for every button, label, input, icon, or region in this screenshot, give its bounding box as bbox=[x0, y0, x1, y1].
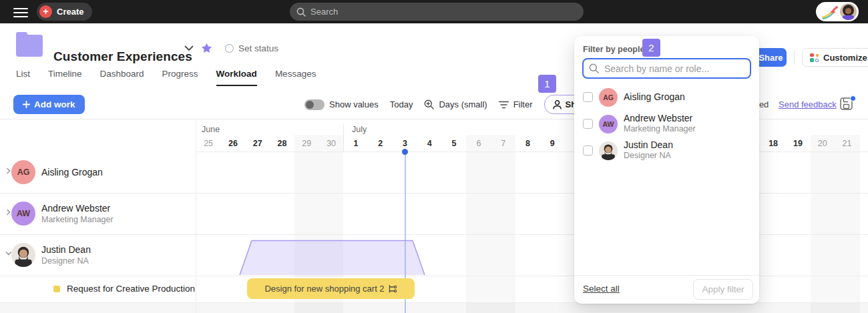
user-avatar bbox=[840, 3, 857, 20]
day-header-cell: 6 bbox=[466, 139, 491, 148]
day-header-cell: 30 bbox=[319, 139, 344, 148]
day-header-cell: 5 bbox=[442, 139, 467, 148]
plus-icon bbox=[23, 101, 30, 108]
annotation-badge-1: 1 bbox=[538, 75, 556, 93]
day-header-cell: 21 bbox=[835, 139, 859, 148]
global-search-input[interactable]: Search bbox=[290, 3, 584, 21]
workload-trapezoid[interactable] bbox=[234, 240, 431, 276]
checkbox-unchecked[interactable] bbox=[583, 145, 593, 155]
person-name: Andrew Webster bbox=[41, 203, 110, 214]
people-search-field[interactable] bbox=[582, 58, 751, 79]
add-work-label: Add work bbox=[34, 99, 75, 109]
person-name: Justin Dean bbox=[41, 244, 91, 255]
hamburger-menu-icon[interactable] bbox=[13, 5, 28, 17]
header-separator bbox=[794, 51, 795, 65]
filter-button[interactable]: Filter bbox=[499, 99, 533, 109]
tab-dashboard[interactable]: Dashboard bbox=[100, 69, 144, 86]
day-header-cell: 19 bbox=[785, 139, 810, 148]
customize-grid-icon bbox=[810, 53, 819, 62]
day-header-cell: 26 bbox=[220, 139, 245, 148]
people-search-input[interactable] bbox=[603, 63, 744, 75]
today-label: Today bbox=[390, 99, 413, 109]
workload-task-label: Design for new shopping cart 2 bbox=[264, 284, 384, 294]
dependency-icon bbox=[388, 285, 397, 293]
task-color-bullet bbox=[53, 286, 60, 292]
day-header-cell: 2 bbox=[368, 139, 393, 148]
tab-messages[interactable]: Messages bbox=[275, 69, 316, 86]
person-role: Designer NA bbox=[624, 151, 671, 160]
day-header-cell: 25 bbox=[196, 139, 221, 148]
person-name: Andrew Webster bbox=[624, 113, 692, 123]
top-bar: + Create Search bbox=[0, 0, 868, 23]
tab-progress[interactable]: Progress bbox=[162, 69, 198, 86]
person-role: Designer NA bbox=[41, 256, 89, 266]
person-role: Marketing Manager bbox=[41, 215, 114, 224]
search-icon bbox=[296, 7, 306, 17]
global-search-placeholder: Search bbox=[310, 7, 338, 17]
tab-workload[interactable]: Workload bbox=[216, 69, 257, 86]
day-header-cell: 4 bbox=[417, 139, 442, 148]
tab-list[interactable]: List bbox=[16, 69, 30, 86]
person-name: Aisling Grogan bbox=[41, 167, 103, 178]
day-header-cell: 28 bbox=[270, 139, 294, 148]
day-header-cell: 20 bbox=[810, 139, 835, 148]
favorite-star-icon[interactable] bbox=[201, 43, 212, 54]
day-header-cell: 9 bbox=[540, 139, 565, 148]
day-header-cell: 7 bbox=[491, 139, 515, 148]
zoom-in-icon bbox=[424, 99, 434, 109]
zoom-level-button[interactable]: Days (small) bbox=[424, 99, 487, 109]
people-list-item[interactable]: AWAndrew WebsterMarketing Manager bbox=[574, 111, 759, 137]
initials-avatar: AW bbox=[11, 202, 35, 226]
initials-avatar: AW bbox=[599, 115, 618, 133]
customize-button[interactable]: Customize bbox=[802, 48, 868, 67]
today-marker-dot bbox=[402, 149, 408, 155]
workload-page: + Create Search bbox=[0, 0, 868, 313]
people-list-item[interactable]: Justin DeanDesigner NA bbox=[574, 137, 759, 164]
set-status-label: Set status bbox=[238, 43, 278, 53]
mascot-icon bbox=[821, 5, 839, 19]
toggle-off-icon[interactable] bbox=[304, 99, 324, 110]
checkbox-unchecked[interactable] bbox=[583, 119, 593, 129]
view-tabs: ListTimelineDashboardProgressWorkloadMes… bbox=[16, 69, 316, 86]
project-folder-icon[interactable] bbox=[16, 35, 43, 57]
filter-by-people-dropdown: Filter by people AGAisling GroganAWAndre… bbox=[574, 36, 759, 304]
people-list-item[interactable]: AGAisling Grogan bbox=[574, 84, 759, 111]
profile-area[interactable] bbox=[816, 2, 859, 21]
filter-label: Filter bbox=[513, 99, 533, 109]
add-work-button[interactable]: Add work bbox=[13, 95, 85, 114]
create-button-label: Create bbox=[57, 7, 83, 17]
set-status-button[interactable]: Set status bbox=[225, 43, 278, 53]
photo-avatar bbox=[11, 243, 35, 267]
checkbox-unchecked[interactable] bbox=[583, 92, 593, 102]
next-row-strip bbox=[0, 302, 868, 313]
show-values-toggle[interactable]: Show values bbox=[304, 99, 379, 110]
day-header-cell: 8 bbox=[515, 139, 540, 148]
tab-timeline[interactable]: Timeline bbox=[48, 69, 82, 86]
show-values-label: Show values bbox=[329, 99, 379, 109]
title-chevron-down-icon[interactable] bbox=[184, 45, 194, 51]
day-header-cell: 29 bbox=[294, 139, 319, 148]
dropdown-title: Filter by people bbox=[583, 45, 644, 54]
search-icon bbox=[589, 63, 599, 73]
person-name: Justin Dean bbox=[624, 139, 673, 150]
filter-icon bbox=[499, 101, 509, 109]
share-button[interactable]: Share bbox=[755, 48, 787, 67]
create-button[interactable]: + Create bbox=[37, 3, 92, 21]
send-feedback-link[interactable]: Send feedback bbox=[779, 99, 837, 109]
today-button[interactable]: Today bbox=[390, 99, 413, 109]
initials-avatar: AG bbox=[11, 160, 35, 184]
snapshot-save-icon[interactable] bbox=[840, 97, 855, 111]
initials-avatar: AG bbox=[599, 88, 618, 107]
person-name: Aisling Grogan bbox=[624, 91, 685, 102]
timeline-toolbar: Show values Today Days (small) Filter Sh… bbox=[304, 95, 612, 114]
workload-task-bar[interactable]: Design for new shopping cart 2 bbox=[247, 278, 415, 299]
month-label-july: July bbox=[352, 125, 367, 134]
day-header-cell: 3 bbox=[393, 139, 417, 148]
person-role: Marketing Manager bbox=[624, 124, 696, 133]
footer-divider bbox=[574, 275, 759, 276]
select-all-link[interactable]: Select all bbox=[583, 284, 620, 294]
status-ring-icon bbox=[225, 44, 234, 53]
apply-filter-button[interactable]: Apply filter bbox=[693, 279, 753, 300]
day-header-cell: 1 bbox=[343, 139, 368, 148]
person-icon bbox=[553, 100, 562, 109]
